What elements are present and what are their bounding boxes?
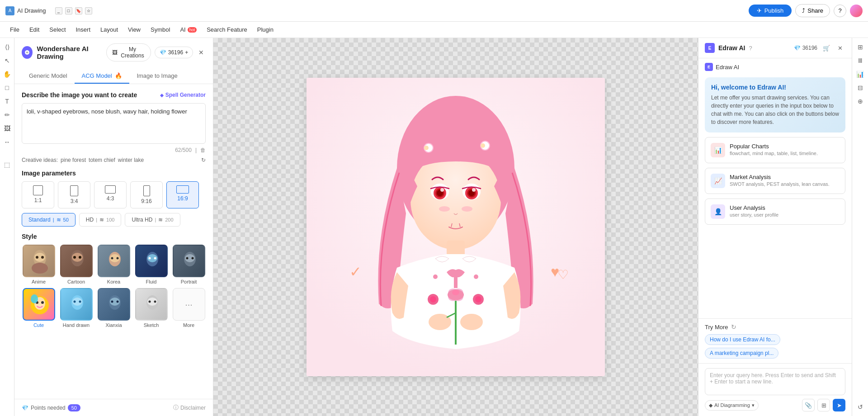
refresh-ideas-button[interactable]: ↻: [201, 157, 206, 163]
feature-popular-charts[interactable]: 📊 Popular Charts flowchart, mind map, ta…: [705, 137, 845, 163]
main-content: ⟨⟩ ↖ ✋ □ T ✏ 🖼 ↔ ⬚ Wondershare AI Drawin…: [0, 38, 868, 416]
quality-ultra-hd[interactable]: Ultra HD | ≋ 200: [125, 213, 180, 227]
style-anime[interactable]: Anime: [22, 245, 56, 284]
credits-button[interactable]: 💎 36196 +: [155, 47, 193, 58]
table-icon[interactable]: ⊟: [855, 82, 866, 93]
idea-pine-forest[interactable]: pine forest: [61, 157, 86, 163]
feature-user-analysis-info: User Analysis user story, user profile: [730, 204, 840, 217]
feature-market-analysis[interactable]: 📈 Market Analysis SWOT analysis, PEST an…: [705, 168, 845, 194]
menu-symbol[interactable]: Symbol: [146, 24, 175, 35]
publish-button[interactable]: ✈ Publish: [749, 5, 792, 17]
try-chip-2[interactable]: A marketing campaign pl...: [705, 348, 778, 359]
quality-standard-divider: |: [53, 217, 54, 222]
svg-point-9: [79, 256, 81, 259]
feature-market-analysis-info: Market Analysis SWOT analysis, PEST anal…: [730, 174, 840, 187]
quality-standard[interactable]: Standard | ≋ 50: [22, 213, 75, 227]
layers-icon[interactable]: ⊕: [855, 96, 866, 107]
svg-point-20: [186, 257, 188, 260]
chat-attachment-button[interactable]: 📎: [802, 399, 815, 411]
style-korea[interactable]: Korea: [97, 245, 131, 284]
chat-expand-button[interactable]: ⊞: [817, 399, 830, 411]
more-styles-button[interactable]: ··· More: [172, 288, 206, 328]
svg-point-33: [111, 301, 113, 303]
chart-icon[interactable]: 📊: [855, 69, 866, 80]
ratio-9-16[interactable]: 9:16: [130, 181, 163, 208]
style-fluid[interactable]: Fluid: [134, 245, 168, 284]
menu-layout[interactable]: Layout: [96, 24, 123, 35]
edraw-ai-subtitle-row: E Edraw AI: [698, 58, 852, 71]
help-button[interactable]: ?: [834, 5, 846, 17]
cursor-icon[interactable]: ↖: [2, 55, 13, 66]
points-value: 50: [68, 404, 80, 411]
tab-img2img[interactable]: Image to Image: [129, 69, 184, 84]
user-analysis-name: User Analysis: [730, 204, 840, 211]
feature-user-analysis[interactable]: 👤 User Analysis user story, user profile: [705, 199, 845, 225]
chat-send-button[interactable]: ➤: [833, 399, 845, 411]
style-cartoon[interactable]: Cartoon: [59, 245, 93, 284]
ratio-4-3[interactable]: 4:3: [94, 181, 127, 208]
text-icon[interactable]: T: [2, 96, 13, 107]
help-icon-rp[interactable]: ?: [749, 45, 752, 52]
disclaimer-button[interactable]: ⓘ Disclaimer: [173, 404, 206, 411]
my-creations-icon: 🖼: [112, 49, 118, 56]
tab-generic-model[interactable]: Generic Model: [22, 69, 75, 84]
idea-winter-lake[interactable]: winter lake: [118, 157, 144, 163]
pen-icon[interactable]: ✏: [2, 109, 13, 120]
sidebar-toggle-icon[interactable]: ⟨⟩: [2, 42, 13, 52]
menu-plugin[interactable]: Plugin: [253, 24, 278, 35]
chat-input-placeholder[interactable]: Enter your query here. Press Enter to se…: [705, 368, 845, 395]
try-more-label: Try More: [705, 324, 728, 331]
ai-diagramming-button[interactable]: ◆ AI Diagramming ▾: [705, 400, 759, 411]
close-panel-button[interactable]: ✕: [197, 47, 206, 58]
svg-point-71: [452, 290, 459, 295]
style-portrait[interactable]: Portrait: [172, 245, 206, 284]
publish-icon: ✈: [757, 7, 762, 14]
style-sketch[interactable]: Sketch: [134, 288, 168, 328]
menu-edit[interactable]: Edit: [25, 24, 44, 35]
idea-totem-chief[interactable]: totem chief: [89, 157, 115, 163]
ratio-1-1[interactable]: 1:1: [22, 181, 54, 208]
try-chip-1[interactable]: How do I use Edraw AI fo...: [705, 334, 780, 345]
hand-icon[interactable]: ✋: [2, 69, 13, 80]
menu-file[interactable]: File: [5, 24, 24, 35]
panel-tabs: Generic Model ACG Model 🔥 Image to Image: [14, 65, 213, 84]
prompt-textarea[interactable]: [22, 103, 206, 144]
share-button[interactable]: ⤴ Share: [795, 4, 830, 17]
history-icon[interactable]: ↺: [855, 402, 866, 412]
shape-icon[interactable]: □: [2, 82, 13, 93]
minimize-btn[interactable]: _: [55, 7, 62, 14]
style-xianxia[interactable]: Xianxia: [97, 288, 131, 328]
style-cute[interactable]: Cute: [22, 288, 56, 328]
menu-ai[interactable]: AI hot: [175, 24, 201, 35]
menu-insert[interactable]: Insert: [71, 24, 95, 35]
format-icon[interactable]: Ⅲ: [855, 55, 866, 66]
user-avatar[interactable]: [850, 5, 863, 17]
connector-icon[interactable]: ↔: [2, 137, 13, 147]
star-btn[interactable]: ☆: [85, 7, 92, 14]
clear-prompt-button[interactable]: 🗑: [200, 147, 206, 153]
restore-btn[interactable]: □: [65, 7, 72, 14]
svg-point-3: [36, 256, 38, 259]
quality-hd[interactable]: HD | ≋ 100: [79, 213, 122, 227]
tab-acg-model[interactable]: ACG Model 🔥: [75, 69, 130, 84]
style-hand-drawn[interactable]: Hand drawn: [59, 288, 93, 328]
credits-gem-rp: 💎: [794, 45, 801, 51]
svg-point-55: [472, 188, 476, 192]
eraser-icon[interactable]: ⬚: [2, 159, 13, 170]
menu-view[interactable]: View: [123, 24, 145, 35]
image-icon[interactable]: 🖼: [2, 123, 13, 134]
ratio-16-9[interactable]: 16:9: [166, 181, 199, 208]
close-rp-icon[interactable]: ✕: [835, 43, 845, 53]
page-settings-icon[interactable]: ⊞: [855, 42, 866, 52]
try-more-refresh-icon[interactable]: ↻: [731, 323, 736, 331]
ratio-3-4[interactable]: 3:4: [58, 181, 90, 208]
spell-generator-button[interactable]: Spell Generator: [160, 92, 206, 98]
menu-select[interactable]: Select: [45, 24, 70, 35]
menu-search-feature[interactable]: Search Feature: [202, 24, 252, 35]
my-creations-button[interactable]: 🖼 My Creations: [106, 43, 151, 61]
canvas-area[interactable]: ♥ ✓ ♡: [213, 38, 698, 416]
cart-icon[interactable]: 🛒: [821, 43, 832, 53]
credits-value: 36196: [168, 49, 183, 56]
bookmark-btn[interactable]: 🔖: [75, 7, 82, 14]
share-icon: ⤴: [802, 7, 805, 14]
